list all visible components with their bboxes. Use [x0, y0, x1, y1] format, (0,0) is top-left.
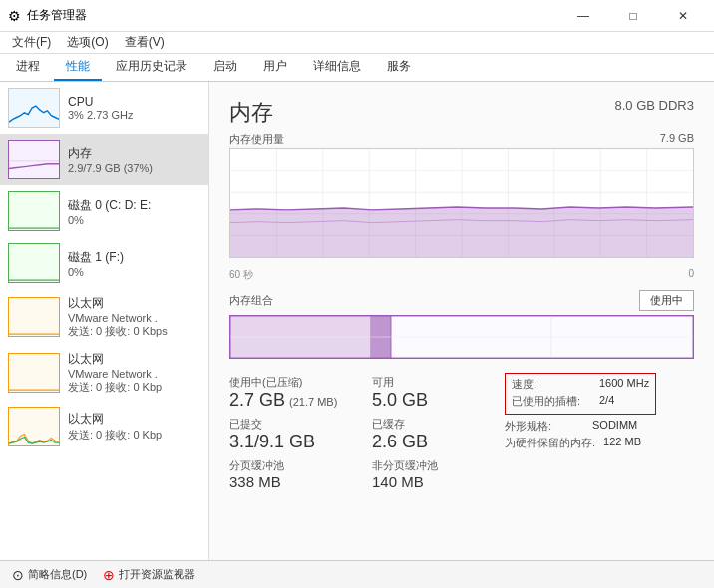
disk0-title: 磁盘 0 (C: D: E:	[68, 197, 200, 214]
net2-info: 以太网 VMware Network . 发送: 0 接收: 0 Kbp	[68, 351, 200, 395]
stat-committed-value: 3.1/9.1 GB	[229, 432, 352, 452]
monitor-icon: ⊕	[103, 567, 115, 583]
usage-subtitle: 内存使用量 7.9 GB	[229, 132, 694, 147]
tab-users[interactable]: 用户	[251, 54, 299, 81]
title-bar-left: ⚙ 任务管理器	[8, 7, 87, 24]
app-title: 任务管理器	[27, 7, 87, 24]
stats-bot-row: 分页缓冲池 338 MB 非分页缓冲池 140 MB	[229, 458, 495, 490]
usage-max: 7.9 GB	[660, 132, 694, 147]
sidebar-item-net1[interactable]: 以太网 VMware Network . 发送: 0 接收: 0 Kbps	[0, 289, 208, 345]
svg-rect-3	[9, 192, 59, 230]
bottom-bar: ⊙ 简略信息(D) ⊕ 打开资源监视器	[0, 560, 714, 588]
stat-available-label: 可用	[372, 375, 495, 390]
disk0-sub: 0%	[68, 214, 200, 226]
sidebar-item-disk0[interactable]: 磁盘 0 (C: D: E: 0%	[0, 185, 208, 237]
used-button[interactable]: 使用中	[639, 290, 694, 311]
net1-sub2: VMware Network .	[68, 312, 200, 324]
tab-startup[interactable]: 启动	[201, 54, 249, 81]
disk0-graph-thumbnail	[8, 191, 60, 231]
svg-rect-0	[9, 89, 59, 127]
app-icon: ⚙	[8, 8, 21, 24]
disk1-sub: 0%	[68, 266, 200, 278]
stat-used-label: 使用中(已压缩)	[229, 375, 352, 390]
stats-mid-row: 已提交 3.1/9.1 GB 已缓存 2.6 GB	[229, 417, 495, 452]
tab-services[interactable]: 服务	[375, 54, 423, 81]
net2-sub3: 发送: 0 接收: 0 Kbp	[68, 380, 200, 395]
simplify-label: 简略信息(D)	[28, 567, 87, 582]
net1-graph-thumbnail	[8, 297, 60, 337]
stats-right: 速度: 1600 MHz 已使用的插槽: 2/4 外形规格: SODIMM 为硬…	[495, 369, 694, 490]
sidebar-item-disk1[interactable]: 磁盘 1 (F:) 0%	[0, 237, 208, 289]
stat-committed: 已提交 3.1/9.1 GB	[229, 417, 352, 452]
memory-usage-chart	[229, 148, 694, 258]
stat-nonpaged: 非分页缓冲池 140 MB	[372, 458, 495, 490]
menu-view[interactable]: 查看(V)	[117, 32, 173, 53]
speed-label: 速度:	[512, 377, 591, 392]
tab-process[interactable]: 进程	[4, 54, 52, 81]
time-left: 60 秒	[229, 268, 253, 282]
net2-sub2: VMware Network .	[68, 368, 200, 380]
stat-used-value: 2.7 GB	[229, 390, 285, 411]
svg-rect-1	[9, 141, 59, 178]
disk1-title: 磁盘 1 (F:)	[68, 249, 200, 266]
net3-title: 以太网	[68, 411, 200, 428]
close-button[interactable]: ✕	[660, 0, 706, 32]
form-value: SODIMM	[592, 419, 637, 434]
sidebar-item-cpu[interactable]: CPU 3% 2.73 GHz	[0, 82, 208, 134]
sidebar-item-memory[interactable]: 内存 2.9/7.9 GB (37%)	[0, 134, 208, 185]
tab-details[interactable]: 详细信息	[301, 54, 373, 81]
svg-marker-22	[230, 207, 693, 257]
speed-value: 1600 MHz	[599, 377, 649, 392]
sidebar: CPU 3% 2.73 GHz 内存 2.9/7.9 GB (37%)	[0, 82, 209, 560]
monitor-btn[interactable]: ⊕ 打开资源监视器	[103, 567, 195, 583]
usage-label: 内存使用量	[229, 132, 284, 147]
maximize-button[interactable]: □	[610, 0, 656, 32]
tab-app-history[interactable]: 应用历史记录	[104, 54, 199, 81]
up-icon: ⊙	[12, 567, 24, 583]
stat-cached: 已缓存 2.6 GB	[372, 417, 495, 452]
panel-spec: 8.0 GB DDR3	[615, 98, 694, 113]
stat-committed-label: 已提交	[229, 417, 352, 432]
mem-title: 内存	[68, 146, 200, 162]
svg-rect-5	[9, 298, 59, 336]
cpu-title: CPU	[68, 95, 200, 109]
sidebar-item-net3[interactable]: 以太网 发送: 0 接收: 0 Kbp	[0, 401, 208, 452]
stat-row-speed: 速度: 1600 MHz	[512, 377, 649, 392]
sidebar-item-net2[interactable]: 以太网 VMware Network . 发送: 0 接收: 0 Kbp	[0, 345, 208, 401]
stat-nonpaged-label: 非分页缓冲池	[372, 458, 495, 473]
menu-options[interactable]: 选项(O)	[59, 32, 116, 53]
disk1-info: 磁盘 1 (F:) 0%	[68, 249, 200, 278]
net3-sub3: 发送: 0 接收: 0 Kbp	[68, 428, 200, 442]
stat-paged-label: 分页缓冲池	[229, 458, 352, 473]
disk1-graph-thumbnail	[8, 243, 60, 283]
panel-title: 内存	[229, 98, 273, 128]
stat-row-reserved: 为硬件保留的内存: 122 MB	[505, 436, 694, 450]
composition-text: 内存组合	[229, 293, 273, 308]
cpu-graph-thumbnail	[8, 88, 60, 128]
highlight-box: 速度: 1600 MHz 已使用的插槽: 2/4	[505, 373, 656, 415]
slots-label: 已使用的插槽:	[512, 394, 591, 409]
stat-cached-label: 已缓存	[372, 417, 495, 432]
svg-rect-6	[9, 354, 59, 392]
net2-graph-thumbnail	[8, 353, 60, 393]
stat-used-sub: (21.7 MB)	[289, 396, 337, 408]
menu-file[interactable]: 文件(F)	[4, 32, 59, 53]
stat-cached-value: 2.6 GB	[372, 432, 495, 452]
net2-title: 以太网	[68, 351, 200, 368]
reserved-value: 122 MB	[603, 436, 641, 450]
reserved-label: 为硬件保留的内存:	[505, 436, 595, 450]
mem-sub: 2.9/7.9 GB (37%)	[68, 162, 200, 174]
stat-row-slots: 已使用的插槽: 2/4	[512, 394, 649, 409]
stats-area: 使用中(已压缩) 2.7 GB (21.7 MB) 可用 5.0 GB 已提交	[229, 369, 694, 490]
monitor-label: 打开资源监视器	[119, 567, 195, 582]
simplify-btn[interactable]: ⊙ 简略信息(D)	[12, 567, 87, 583]
tab-performance[interactable]: 性能	[54, 54, 102, 81]
minimize-button[interactable]: —	[560, 0, 606, 32]
net1-sub3: 发送: 0 接收: 0 Kbps	[68, 324, 200, 339]
cpu-sub: 3% 2.73 GHz	[68, 109, 200, 121]
stat-row-form: 外形规格: SODIMM	[505, 419, 694, 434]
composition-chart	[229, 315, 694, 359]
disk0-info: 磁盘 0 (C: D: E: 0%	[68, 197, 200, 226]
stat-paged-value: 338 MB	[229, 473, 352, 490]
stat-nonpaged-value: 140 MB	[372, 473, 495, 490]
